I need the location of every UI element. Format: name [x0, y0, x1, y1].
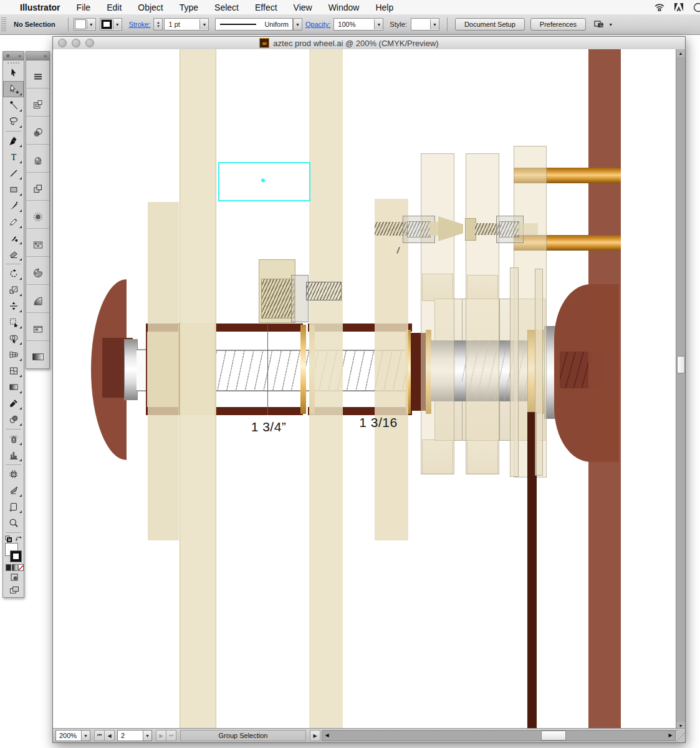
stroke-swatch[interactable] — [101, 19, 112, 29]
opacity-panel-link[interactable]: Opacity: — [305, 21, 330, 28]
color-guide-panel-button[interactable] — [26, 257, 49, 285]
layers-panel-button[interactable] — [26, 89, 49, 117]
status-menu-button[interactable]: ▶ — [310, 730, 320, 741]
rectangle-tool[interactable] — [3, 181, 24, 198]
scroll-up-button[interactable]: ▲ — [676, 49, 685, 57]
style-combo[interactable]: ▼ — [411, 18, 439, 31]
appearance-panel-button[interactable] — [26, 145, 49, 173]
none-mode-button[interactable] — [18, 564, 24, 571]
mesh-tool[interactable] — [3, 363, 24, 379]
fill-dropdown-arrow[interactable]: ▼ — [87, 19, 95, 29]
selection-tool[interactable] — [3, 65, 24, 81]
free-transform-tool[interactable] — [3, 314, 24, 330]
status-field[interactable]: Group Selection — [180, 730, 306, 741]
previous-page-button[interactable]: ◀ — [105, 730, 115, 741]
opacity-arrow[interactable]: ▼ — [374, 19, 383, 29]
shape-builder-tool[interactable] — [3, 330, 24, 347]
menu-item-type[interactable]: Type — [180, 2, 198, 12]
close-window-button[interactable] — [58, 39, 67, 47]
blob-brush-tool[interactable] — [3, 230, 24, 246]
gradient-tool[interactable] — [3, 379, 24, 395]
collapse-icon[interactable]: » — [18, 53, 21, 59]
width-profile-arrow[interactable]: ▼ — [293, 18, 302, 31]
scroll-left-button[interactable]: ◀ — [323, 731, 331, 739]
select-similar-button[interactable]: ▼ — [594, 19, 613, 29]
fill-color-dropdown[interactable]: ▼ — [74, 18, 96, 31]
swatches-panel-button[interactable] — [26, 229, 49, 257]
menu-item-illustrator[interactable]: Illustrator — [20, 2, 60, 12]
tools-panel-header[interactable]: ✕ » — [3, 52, 24, 60]
menu-item-object[interactable]: Object — [138, 2, 163, 12]
lasso-tool[interactable] — [3, 113, 24, 130]
swatch-libraries-panel-button[interactable] — [26, 313, 49, 341]
vertical-scrollbar[interactable]: ▲ ▼ — [676, 49, 685, 730]
stroke-weight-stepper[interactable]: ▲▼ — [153, 18, 163, 31]
menu-item-effect[interactable]: Effect — [255, 2, 277, 12]
default-fill-stroke-icon[interactable] — [5, 535, 12, 542]
transparency-panel-button[interactable] — [26, 117, 49, 145]
magic-wand-tool[interactable] — [3, 97, 24, 113]
pencil-tool[interactable] — [3, 214, 24, 230]
pen-tool[interactable] — [3, 133, 24, 149]
gradient-mode-button[interactable] — [12, 564, 17, 571]
window-resize-grip[interactable] — [676, 729, 685, 742]
opacity-combo[interactable]: 100%▼ — [333, 18, 383, 31]
canvas[interactable]: 1 3/4” 1 3/16 — [53, 49, 677, 730]
close-icon[interactable]: ✕ — [6, 53, 11, 59]
width-tool[interactable] — [3, 298, 24, 314]
adobe-icon[interactable] — [674, 2, 684, 12]
symbols-panel-button[interactable] — [26, 173, 49, 201]
fill-swatch[interactable] — [75, 19, 86, 29]
direct-selection-tool[interactable] — [3, 81, 24, 97]
screen-mode-button[interactable] — [4, 583, 24, 597]
style-arrow[interactable]: ▼ — [430, 19, 439, 29]
rotate-tool[interactable] — [3, 266, 24, 282]
page-tool[interactable] — [3, 499, 24, 515]
zoom-level-combo[interactable]: 200%▼ — [55, 730, 90, 741]
horizontal-scrollbar[interactable]: ◀ ▶ — [322, 730, 676, 741]
menu-item-view[interactable]: View — [294, 2, 312, 12]
title-bar[interactable]: ai aztec prod wheel.ai @ 200% (CMYK/Prev… — [53, 37, 685, 50]
slice-tool[interactable] — [3, 482, 24, 499]
menu-item-file[interactable]: File — [77, 2, 91, 12]
dock-collapse-icon[interactable]: » — [44, 53, 47, 59]
type-tool[interactable]: T — [3, 149, 24, 165]
stroke-panel-link[interactable]: Stroke: — [129, 21, 151, 28]
minimize-window-button[interactable] — [72, 39, 80, 47]
stroke-swatch-proxy[interactable] — [10, 550, 22, 562]
horizontal-scroll-thumb[interactable] — [541, 731, 566, 741]
line-segment-tool[interactable] — [3, 165, 24, 181]
clock-icon[interactable] — [693, 2, 700, 12]
menu-item-edit[interactable]: Edit — [107, 2, 122, 12]
eraser-tool[interactable] — [3, 246, 24, 262]
wifi-icon[interactable] — [654, 2, 665, 12]
menu-item-window[interactable]: Window — [328, 2, 360, 12]
blend-tool[interactable] — [3, 411, 24, 428]
gradient-panel-button[interactable] — [26, 285, 49, 313]
zoom-tool[interactable] — [3, 515, 24, 531]
perspective-grid-tool[interactable] — [3, 347, 24, 363]
control-bar-gripper[interactable] — [1, 17, 6, 31]
menu-item-select[interactable]: Select — [214, 2, 239, 12]
stroke-panel-button[interactable] — [26, 60, 49, 89]
last-page-button[interactable]: ⏭ — [166, 730, 176, 741]
width-profile-combo[interactable]: Uniform — [215, 18, 293, 31]
dock-panel-header[interactable]: » — [26, 52, 49, 60]
zoom-level-arrow[interactable]: ▼ — [81, 731, 90, 741]
column-graph-tool[interactable] — [3, 447, 24, 463]
select-similar-arrow[interactable]: ▼ — [608, 22, 613, 27]
stroke-weight-arrow[interactable]: ▼ — [199, 19, 208, 29]
first-page-button[interactable]: ⏮ — [94, 730, 105, 741]
selection-panel-button[interactable] — [26, 201, 49, 229]
swap-fill-stroke-icon[interactable] — [15, 535, 22, 542]
symbol-sprayer-tool[interactable] — [3, 431, 24, 447]
stroke-weight-combo[interactable]: 1 pt▼ — [164, 18, 209, 31]
stroke-color-dropdown[interactable]: ▼ — [100, 18, 122, 31]
paintbrush-tool[interactable] — [3, 198, 24, 214]
zoom-window-button[interactable] — [85, 39, 94, 47]
page-number-combo[interactable]: 2▼ — [117, 730, 152, 741]
scroll-right-button[interactable]: ▶ — [666, 731, 674, 739]
preferences-button[interactable]: Preferences — [530, 18, 586, 31]
gradient-slider-panel-button[interactable] — [26, 341, 49, 368]
tools-gripper[interactable] — [3, 60, 24, 65]
